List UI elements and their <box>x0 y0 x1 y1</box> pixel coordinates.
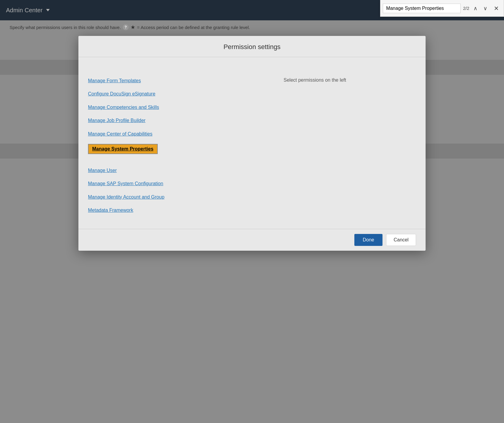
find-input[interactable] <box>383 4 461 13</box>
permission-link-manage-competencies[interactable]: Manage Competencies and Skills <box>88 104 202 111</box>
find-close-button[interactable]: ✕ <box>491 4 501 13</box>
modal-footer: Done Cancel <box>78 229 426 251</box>
modal-header: Permission settings <box>78 36 426 57</box>
find-count: 2/2 <box>463 6 469 11</box>
permission-item-manage-system-properties: Manage System Properties <box>88 144 202 161</box>
cancel-button[interactable]: Cancel <box>386 234 416 246</box>
permissions-left-panel: Manage Form TemplatesConfigure DocuSign … <box>88 77 202 220</box>
modal-overlay: Permission settings Specify what permiss… <box>0 0 504 423</box>
find-prev-button[interactable]: ∧ <box>472 4 479 13</box>
permission-link-manage-identity[interactable]: Manage Identity Account and Group <box>88 194 202 200</box>
right-panel-text: Select permissions on the left <box>284 77 346 83</box>
permission-link-manage-form-templates[interactable]: Manage Form Templates <box>88 77 202 84</box>
permission-link-manage-job-profile[interactable]: Manage Job Profile Builder <box>88 117 202 124</box>
permissions-list: Manage Form TemplatesConfigure DocuSign … <box>88 77 202 214</box>
permissions-right-panel: Select permissions on the left <box>214 66 416 220</box>
permission-link-manage-center-capabilities[interactable]: Manage Center of Capabilities <box>88 131 202 137</box>
permission-link-manage-user[interactable]: Manage User <box>88 167 202 174</box>
highlighted-permission[interactable]: Manage System Properties <box>88 144 158 154</box>
permission-settings-modal: Permission settings Specify what permiss… <box>78 36 426 251</box>
permission-link-metadata-framework[interactable]: Metadata Framework <box>88 207 202 214</box>
find-bar: 2/2 ∧ ∨ ✕ <box>380 0 504 17</box>
modal-body: Specify what permissions users in this r… <box>78 57 426 229</box>
permission-link-manage-sap-system[interactable]: Manage SAP System Configuration <box>88 180 202 187</box>
permission-link-configure-docusign[interactable]: Configure DocuSign eSignature <box>88 91 202 97</box>
modal-title: Permission settings <box>88 43 416 57</box>
find-next-button[interactable]: ∨ <box>482 4 489 13</box>
done-button[interactable]: Done <box>354 234 382 246</box>
